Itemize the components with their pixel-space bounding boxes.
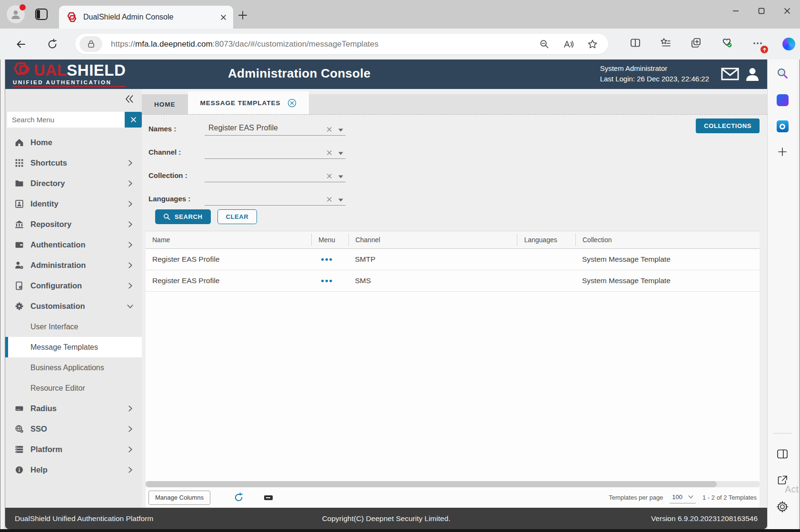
refresh-button[interactable]	[47, 39, 58, 50]
favorite-star-icon[interactable]	[587, 39, 598, 49]
file-gear-icon	[15, 281, 24, 290]
col-menu[interactable]: Menu	[311, 234, 348, 246]
col-channel[interactable]: Channel	[348, 234, 517, 246]
sidebar-item-business-applications[interactable]: Business Applications	[5, 357, 142, 378]
col-languages[interactable]: Languages	[517, 234, 575, 246]
m365-icon[interactable]	[777, 94, 789, 106]
sidebar-item-help[interactable]: Help	[5, 460, 142, 480]
per-page-select[interactable]: 100	[670, 492, 696, 503]
browser-essentials-icon[interactable]	[721, 37, 733, 50]
filter-row-languages: Languages :	[148, 192, 760, 206]
col-collection[interactable]: Collection	[575, 234, 760, 246]
names-label: Names :	[148, 122, 192, 135]
dropdown-caret-icon[interactable]	[338, 175, 344, 179]
chevron-right-icon	[126, 282, 134, 290]
sidebar-item-platform[interactable]: Platform	[5, 439, 142, 460]
collection-select[interactable]	[205, 169, 346, 182]
mail-icon[interactable]	[721, 67, 740, 81]
row-menu-button[interactable]: •••	[311, 278, 348, 283]
maximize-button[interactable]	[757, 7, 766, 15]
sidebar-item-message-templates[interactable]: Message Templates	[5, 337, 142, 357]
sidebar-item-directory[interactable]: Directory	[5, 173, 142, 194]
table-row[interactable]: Register EAS Profile ••• SMTP System Mes…	[146, 249, 760, 270]
search-clear-button[interactable]	[125, 112, 142, 128]
site-info-button[interactable]	[79, 36, 102, 52]
sidebar-item-shortcuts[interactable]: Shortcuts	[5, 153, 142, 173]
settings-gear-icon[interactable]	[776, 501, 789, 515]
person-icon	[10, 9, 21, 20]
languages-select[interactable]	[205, 192, 346, 206]
copilot-icon[interactable]	[782, 38, 795, 50]
clear-field-icon[interactable]	[326, 150, 332, 156]
channel-select[interactable]	[205, 146, 346, 159]
search-menu-input[interactable]	[7, 112, 125, 128]
url-text: https://mfa.la.deepnetid.com:8073/dac/#/…	[111, 39, 539, 49]
zoom-out-icon[interactable]	[539, 39, 550, 49]
sidebar-item-administration[interactable]: Administration	[5, 255, 142, 276]
add-sidebar-app-icon[interactable]	[777, 147, 788, 157]
collapse-panel-icon[interactable]	[264, 495, 273, 500]
profile-avatar[interactable]	[7, 5, 25, 23]
chevron-right-icon	[126, 241, 134, 249]
col-name[interactable]: Name	[146, 234, 311, 246]
account-icon[interactable]	[744, 67, 760, 82]
dualshield-logo: UALSHIELD UNIFIED AUTHENTICATION	[13, 61, 126, 87]
clear-field-icon[interactable]	[326, 127, 332, 132]
read-aloud-icon[interactable]	[563, 39, 574, 49]
chevron-right-icon	[126, 445, 134, 453]
sidebar-item-repository[interactable]: Repository	[5, 214, 142, 235]
new-tab-button[interactable]	[238, 10, 247, 20]
dropdown-caret-icon[interactable]	[338, 128, 344, 132]
back-button[interactable]	[15, 39, 27, 50]
sidebar: Home Shortcuts Directory Identity	[5, 89, 142, 508]
split-screen-icon[interactable]	[630, 37, 641, 50]
sidebar-item-identity[interactable]: Identity	[5, 194, 142, 214]
table-row[interactable]: Register EAS Profile ••• SMS System Mess…	[146, 270, 760, 292]
sidebar-search-icon[interactable]	[776, 67, 789, 80]
clear-field-icon[interactable]	[326, 173, 332, 179]
clear-field-icon[interactable]	[326, 197, 332, 202]
favorites-bar-icon[interactable]	[660, 37, 672, 50]
outlook-icon[interactable]	[777, 120, 789, 132]
tab-home[interactable]: HOME	[142, 94, 188, 114]
tab-close-circle-icon[interactable]	[287, 99, 296, 108]
browser-tab[interactable]: DualShield Admin Console	[59, 6, 233, 29]
search-button[interactable]: SEARCH	[155, 209, 211, 224]
grid-icon	[15, 158, 24, 167]
refresh-table-icon[interactable]	[233, 492, 244, 503]
close-button[interactable]	[783, 7, 791, 15]
url-bar[interactable]: https://mfa.la.deepnetid.com:8073/dac/#/…	[75, 34, 608, 54]
tab-close-icon[interactable]	[220, 14, 227, 20]
clear-button[interactable]: CLEAR	[217, 209, 257, 224]
sidebar-item-configuration[interactable]: Configuration	[5, 276, 142, 296]
row-menu-button[interactable]: •••	[311, 257, 348, 262]
sidebar-collapse-icon[interactable]	[124, 94, 134, 106]
folder-icon	[15, 179, 24, 188]
content-tabstrip: HOME MESSAGE TEMPLATES	[142, 94, 767, 114]
sidebar-item-authentication[interactable]: Authentication	[5, 235, 142, 255]
names-select[interactable]: Register EAS Profile	[205, 122, 346, 136]
tab-layout-icon[interactable]	[35, 9, 48, 20]
sidebar-item-radius[interactable]: Radius	[5, 398, 142, 419]
collections-icon[interactable]	[691, 37, 702, 50]
scrollbar-thumb[interactable]	[146, 481, 717, 487]
side-panel-icon[interactable]	[777, 449, 788, 461]
tab-message-templates[interactable]: MESSAGE TEMPLATES	[188, 91, 309, 114]
settings-more-icon[interactable]	[752, 38, 763, 49]
user-name: System Administrator	[600, 63, 709, 74]
sidebar-item-resource-editor[interactable]: Resource Editor	[5, 378, 142, 398]
manage-columns-button[interactable]: Manage Columns	[148, 491, 210, 505]
sidebar-item-user-interface[interactable]: User Interface	[5, 316, 142, 337]
sidebar-item-customisation[interactable]: Customisation	[5, 296, 142, 316]
sidebar-item-sso[interactable]: SSO	[5, 419, 142, 439]
horizontal-scrollbar[interactable]	[146, 481, 760, 487]
dualshield-app: UALSHIELD UNIFIED AUTHENTICATION Adminis…	[5, 59, 767, 529]
sidebar-item-home[interactable]: Home	[5, 132, 142, 153]
home-icon	[15, 138, 24, 147]
chevron-right-icon	[126, 466, 134, 474]
open-external-icon[interactable]	[777, 474, 788, 487]
minimize-button[interactable]	[731, 7, 740, 15]
dropdown-caret-icon[interactable]	[338, 151, 344, 156]
collections-button[interactable]: COLLECTIONS	[696, 118, 760, 133]
dropdown-caret-icon[interactable]	[338, 198, 344, 202]
